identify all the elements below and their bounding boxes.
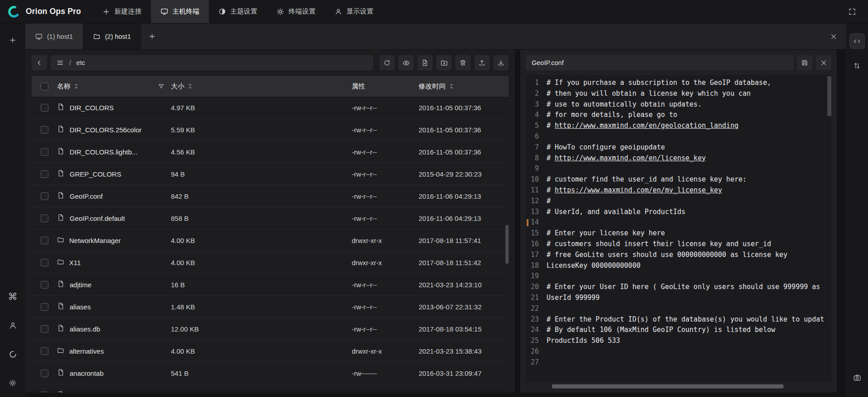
code-text: # customer find the user_id and license … [547,174,747,185]
line-number: 13 [526,207,547,218]
back-button[interactable] [32,55,47,70]
url-link[interactable]: http://www.maxmind.com/en/license_key [555,154,706,162]
table-row[interactable] [32,384,509,392]
sort-mtime-icon[interactable] [449,83,454,89]
table-row[interactable]: DIR_COLORS4.97 KB-rw-r--r--2016-11-05 00… [32,97,509,119]
sort-size-icon[interactable] [188,83,193,89]
column-name-label[interactable]: 名称 [57,82,71,91]
row-checkbox[interactable] [41,347,48,355]
row-checkbox[interactable] [41,392,48,393]
file-plus-button[interactable] [417,55,433,70]
code-editor[interactable]: 1# If you purchase a subscription to the… [526,75,831,382]
code-line: 2# then you will obtain a license key wh… [526,89,831,99]
fullscreen-button[interactable] [844,4,860,19]
file-mtime: 2017-08-18 11:57:41 [419,237,509,244]
editor-vertical-scrollbar[interactable] [827,76,831,116]
row-checkbox[interactable] [41,104,48,112]
breadcrumb[interactable]: / etc [51,55,373,70]
add-tab-button[interactable] [141,23,163,49]
swap-vertical-button[interactable] [849,58,865,73]
select-all-checkbox[interactable] [41,83,48,90]
doc-icon [57,125,65,133]
current-directory[interactable]: etc [76,59,85,66]
file-attr: -rw-r--r-- [352,148,419,156]
editor-lines: 1# If you purchase a subscription to the… [526,78,831,368]
row-checkbox[interactable] [41,192,48,200]
file-mtime: 2016-11-05 00:37:36 [419,126,509,134]
line-number: 18 [526,261,547,271]
code-line: 14 [526,217,831,228]
row-checkbox[interactable] [41,369,48,377]
eye-button[interactable] [398,55,414,70]
sort-name-icon[interactable] [74,83,79,89]
row-checkbox[interactable] [41,259,48,266]
file-name: NetworkManager [69,237,121,244]
row-checkbox[interactable] [41,281,48,289]
menu-item-5[interactable]: 显示设置 [325,0,383,23]
tab-2[interactable]: (2) host1 [83,23,141,49]
row-checkbox[interactable] [41,325,48,333]
table-row[interactable]: X114.00 KBdrwxr-xr-x2017-08-18 11:51:42 [32,252,509,274]
theme-ring-button[interactable] [5,346,20,362]
table-row[interactable]: aliases.db12.00 KB-rw-r--r--2017-08-18 0… [32,318,509,340]
line-number: 27 [526,357,547,368]
row-checkbox[interactable] [41,148,48,156]
tab-1[interactable]: (1) host1 [25,23,83,49]
upload-button[interactable] [474,55,490,70]
table-row[interactable]: DIR_COLORS.256color5.59 KB-rw-r--r--2016… [32,119,509,141]
file-list-scrollbar[interactable] [505,225,509,264]
menu-item-1[interactable]: 新建连接 [93,0,151,23]
line-number: 23 [526,314,547,325]
table-row[interactable]: DIR_COLORS.lightb...4.56 KB-rw-r--r--201… [32,141,509,163]
terminal-icon [160,8,168,15]
table-row[interactable]: GeoIP.conf.default858 B-rw-r--r--2016-11… [32,207,509,229]
camera-button[interactable] [849,370,865,385]
folder-plus-button[interactable] [436,55,452,70]
file-size: 5.59 KB [171,126,352,134]
brand: Orion Ops Pro [0,0,93,23]
editor-horizontal-scrollbar[interactable] [526,384,831,389]
line-number: 14 [526,217,547,228]
download-icon [497,59,505,66]
code-button[interactable] [849,33,865,49]
table-row[interactable]: alternatives4.00 KBdrwxr-xr-x2021-03-23 … [32,340,509,362]
row-checkbox[interactable] [41,303,48,311]
scrollbar-thumb[interactable] [552,384,783,388]
table-row[interactable]: anacrontab541 B-rw-------2016-03-31 23:0… [32,362,509,384]
code-line: 10# customer find the user_id and licens… [526,174,831,185]
row-checkbox[interactable] [41,170,48,178]
refresh-button[interactable] [379,55,395,70]
row-checkbox[interactable] [41,215,48,222]
left-sidebar: ⌘ [0,23,25,397]
table-row[interactable]: adjtime16 B-rw-r--r--2021-03-23 14:23:10 [32,274,509,296]
row-checkbox[interactable] [41,126,48,134]
file-name: GeoIP.conf [70,192,103,200]
file-mtime: 2017-08-18 03:54:15 [419,325,509,333]
file-name: alternatives [69,347,104,355]
command-button[interactable]: ⌘ [5,289,20,304]
menu-item-4[interactable]: 终端设置 [267,0,325,23]
table-row[interactable]: GREP_COLORS94 B-rw-r--r--2015-04-29 22:3… [32,163,509,185]
close-editor-button[interactable] [816,55,831,70]
download-button[interactable] [493,55,509,70]
trash-button[interactable] [455,55,471,70]
row-checkbox[interactable] [41,237,48,244]
filter-icon[interactable] [158,83,165,90]
users-button[interactable] [5,318,20,333]
plus-button[interactable] [5,33,20,48]
menu-item-2[interactable]: 主机终端 [151,0,209,23]
user-icon [335,8,342,15]
menu-item-3[interactable]: 主题设置 [209,0,267,23]
column-size-label[interactable]: 大小 [171,82,184,91]
code-text: # Enter your User ID here ( GeoLite only… [547,282,820,293]
file-attr: -rw-r--r-- [352,104,419,112]
save-button[interactable] [797,55,812,70]
table-row[interactable]: GeoIP.conf842 B-rw-r--r--2016-11-06 04:2… [32,185,509,207]
close-panel-button[interactable] [821,23,846,49]
gear-button[interactable] [5,375,20,391]
table-row[interactable]: NetworkManager4.00 KBdrwxr-xr-x2017-08-1… [32,229,509,252]
table-row[interactable]: aliases1.48 KB-rw-r--r--2013-06-07 22:31… [32,296,509,318]
url-link[interactable]: http://www.maxmind.com/en/geolocation_la… [555,121,738,130]
column-mtime-label[interactable]: 修改时间 [419,82,446,91]
url-link[interactable]: https://www.maxmind.com/en/my_license_ke… [555,186,722,194]
